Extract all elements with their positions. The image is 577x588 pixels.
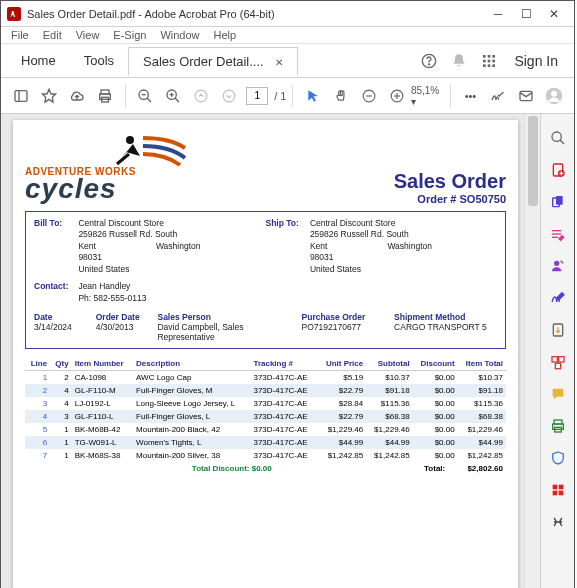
menu-bar: File Edit View E-Sign Window Help — [1, 27, 574, 44]
tab-tools[interactable]: Tools — [70, 47, 128, 74]
menu-help[interactable]: Help — [214, 29, 237, 41]
svg-marker-14 — [42, 89, 55, 102]
select-tool-icon[interactable] — [303, 85, 323, 107]
star-icon[interactable] — [39, 85, 59, 107]
right-tool-rail — [540, 114, 574, 588]
window-title: Sales Order Detail.pdf - Adobe Acrobat P… — [27, 8, 484, 20]
zoom-level[interactable]: 85,1% ▾ — [411, 85, 444, 107]
svg-rect-54 — [558, 485, 563, 490]
app-icon — [7, 7, 21, 21]
table-row: 61TG-W091-LWomen's Tights, L373D-417C-AE… — [25, 436, 506, 449]
contact-info: Jean Handley Ph: 582-555-0113 — [78, 281, 146, 304]
table-row: 34LJ-0192-LLong-Sleeve Logo Jersey, L373… — [25, 397, 506, 410]
order-info-row: Date3/14/2024 Order Date4/30/2013 Sales … — [34, 312, 497, 342]
scrollbar-thumb[interactable] — [528, 116, 538, 206]
tab-document-active[interactable]: Sales Order Detail.... ✕ — [128, 47, 298, 75]
sidebar-toggle-icon[interactable] — [11, 85, 31, 107]
request-sign-icon[interactable] — [548, 256, 568, 276]
svg-rect-10 — [488, 64, 491, 67]
fill-sign-icon[interactable] — [548, 288, 568, 308]
menu-esign[interactable]: E-Sign — [113, 29, 146, 41]
svg-rect-12 — [15, 90, 27, 101]
total-discount: Total Discount: $0.00 — [150, 462, 314, 475]
table-row: 51BK-M68B-42Mountain-200 Black, 42373D-4… — [25, 423, 506, 436]
svg-rect-53 — [552, 485, 557, 490]
shipto-address: Central Discount Store 259826 Russell Rd… — [310, 218, 432, 275]
logo: ADVENTURE WORKS cycles — [25, 130, 225, 205]
maximize-button[interactable]: ☐ — [512, 7, 540, 21]
edit-pdf-icon[interactable] — [548, 224, 568, 244]
more-tools-rail-icon[interactable] — [548, 480, 568, 500]
order-number: Order # SO50750 — [394, 193, 506, 205]
zoom-in-icon[interactable] — [163, 85, 183, 107]
print-icon[interactable] — [95, 85, 115, 107]
search-icon[interactable] — [548, 128, 568, 148]
contact-label: Contact: — [34, 281, 76, 291]
svg-rect-4 — [488, 55, 491, 58]
svg-rect-48 — [558, 357, 563, 362]
tab-home[interactable]: Home — [7, 47, 70, 74]
svg-rect-7 — [488, 59, 491, 62]
bell-icon[interactable] — [448, 50, 470, 72]
shipto-label: Ship To: — [266, 218, 308, 228]
redact-icon[interactable] — [548, 512, 568, 532]
zoom-out-button[interactable] — [359, 85, 379, 107]
table-row: 24GL-F110-MFull-Finger Gloves, M373D-417… — [25, 384, 506, 397]
menu-edit[interactable]: Edit — [43, 29, 62, 41]
svg-rect-47 — [552, 357, 557, 362]
zoom-in-button[interactable] — [387, 85, 407, 107]
hand-tool-icon[interactable] — [331, 85, 351, 107]
page-down-icon[interactable] — [219, 85, 239, 107]
mail-icon[interactable] — [516, 85, 536, 107]
vertical-scrollbar[interactable] — [524, 114, 540, 588]
create-pdf-icon[interactable] — [548, 160, 568, 180]
order-title-block: Sales Order Order # SO50750 — [394, 170, 506, 205]
page-current-input[interactable] — [246, 87, 268, 105]
svg-rect-6 — [483, 59, 486, 62]
svg-rect-41 — [556, 196, 563, 205]
account-icon[interactable] — [544, 85, 564, 107]
items-table: Line Qty Item Number Description Trackin… — [25, 357, 506, 462]
table-header-row: Line Qty Item Number Description Trackin… — [25, 357, 506, 371]
cloud-upload-icon[interactable] — [67, 85, 87, 107]
more-tools-icon[interactable]: ••• — [460, 85, 480, 107]
address-box: Bill To: Central Discount Store 259826 R… — [25, 211, 506, 349]
signature-icon[interactable] — [488, 85, 508, 107]
menu-file[interactable]: File — [11, 29, 29, 41]
table-row: 71BK-M68S-38Mountain-200 Silver, 38373D-… — [25, 449, 506, 462]
pdf-page: ADVENTURE WORKS cycles Sales Order Order… — [13, 120, 518, 588]
page-viewport[interactable]: ADVENTURE WORKS cycles Sales Order Order… — [1, 114, 524, 588]
combine-files-icon[interactable] — [548, 192, 568, 212]
svg-point-2 — [429, 63, 430, 64]
toolbar: / 1 85,1% ▾ ••• — [1, 78, 574, 114]
page-up-icon[interactable] — [191, 85, 211, 107]
svg-rect-9 — [483, 64, 486, 67]
zoom-out-icon[interactable] — [136, 85, 156, 107]
total-label: Total: — [314, 462, 449, 475]
svg-point-34 — [551, 90, 557, 96]
menu-window[interactable]: Window — [160, 29, 199, 41]
brand-line2: cycles — [25, 173, 225, 205]
protect-icon[interactable] — [548, 448, 568, 468]
content-area: ADVENTURE WORKS cycles Sales Order Order… — [1, 114, 574, 588]
menu-view[interactable]: View — [76, 29, 100, 41]
organize-pages-icon[interactable] — [548, 352, 568, 372]
svg-rect-56 — [558, 491, 563, 496]
billto-label: Bill To: — [34, 218, 76, 228]
export-pdf-icon[interactable] — [548, 320, 568, 340]
minimize-button[interactable]: ─ — [484, 7, 512, 21]
scan-ocr-icon[interactable] — [548, 416, 568, 436]
tab-close-icon[interactable]: ✕ — [275, 57, 283, 68]
comment-icon[interactable] — [548, 384, 568, 404]
sign-in-link[interactable]: Sign In — [504, 53, 568, 69]
close-button[interactable]: ✕ — [540, 7, 568, 21]
svg-line-37 — [560, 140, 564, 144]
apps-grid-icon[interactable] — [478, 50, 500, 72]
svg-rect-3 — [483, 55, 486, 58]
svg-rect-11 — [493, 64, 496, 67]
tab-document-label: Sales Order Detail.... — [143, 54, 264, 69]
svg-point-45 — [554, 261, 559, 266]
help-icon[interactable] — [418, 50, 440, 72]
svg-point-35 — [126, 136, 134, 144]
svg-line-19 — [147, 98, 151, 102]
